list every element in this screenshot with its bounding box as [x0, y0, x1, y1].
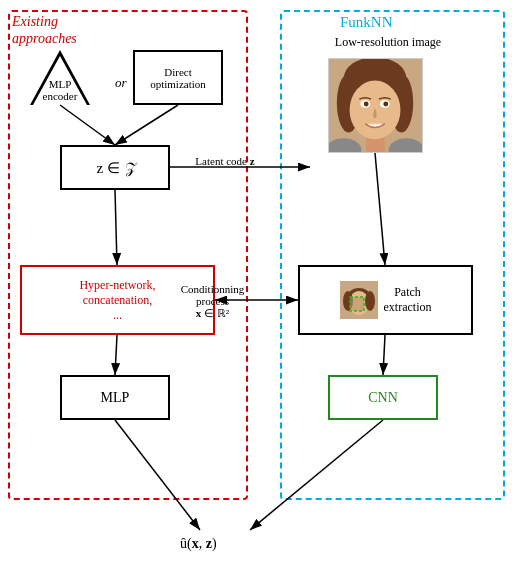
cnn-box: CNN [328, 375, 438, 420]
patch-inner: Patchextraction [300, 267, 471, 333]
direct-optimization-text: Directoptimization [150, 66, 206, 90]
funknn-label: FunkNN [340, 14, 393, 31]
conditioning-label: Conditionningprocessx ∈ ℝ² [155, 283, 270, 320]
diagram-container: Existing approaches FunkNN MLPencoder or… [0, 0, 512, 568]
patch-thumbnail [340, 281, 378, 319]
svg-point-8 [364, 102, 369, 107]
svg-point-9 [383, 102, 388, 107]
lr-image-label: Low-resolution image [293, 35, 483, 50]
mlp-encoder-label: MLPencoder [22, 78, 98, 102]
or-text: or [115, 75, 127, 91]
z-box: z ∈ 𝒵 [60, 145, 170, 190]
direct-optimization-box: Directoptimization [133, 50, 223, 105]
hyper-network-text: Hyper-network,concatenation,... [79, 278, 155, 323]
svg-rect-17 [350, 297, 364, 311]
z-text: z ∈ 𝒵 [96, 159, 133, 177]
mlp-text: MLP [101, 390, 130, 406]
face-image [328, 58, 423, 153]
output-label: û(x, z) [180, 536, 217, 552]
conditioning-text: Conditionningprocessx ∈ ℝ² [181, 283, 245, 319]
patch-extraction-box: Patchextraction [298, 265, 473, 335]
output-text: û(x, z) [180, 536, 217, 551]
patch-extraction-text: Patchextraction [384, 285, 432, 315]
svg-point-16 [365, 291, 375, 311]
cnn-text: CNN [368, 390, 398, 406]
existing-approaches-label: Existing approaches [12, 14, 77, 48]
mlp-box: MLP [60, 375, 170, 420]
mlp-encoder-text: MLPencoder [43, 78, 78, 102]
latent-code-label: Latent code z [175, 155, 275, 167]
latent-code-text: Latent code z [195, 155, 254, 167]
face-svg [329, 58, 422, 153]
